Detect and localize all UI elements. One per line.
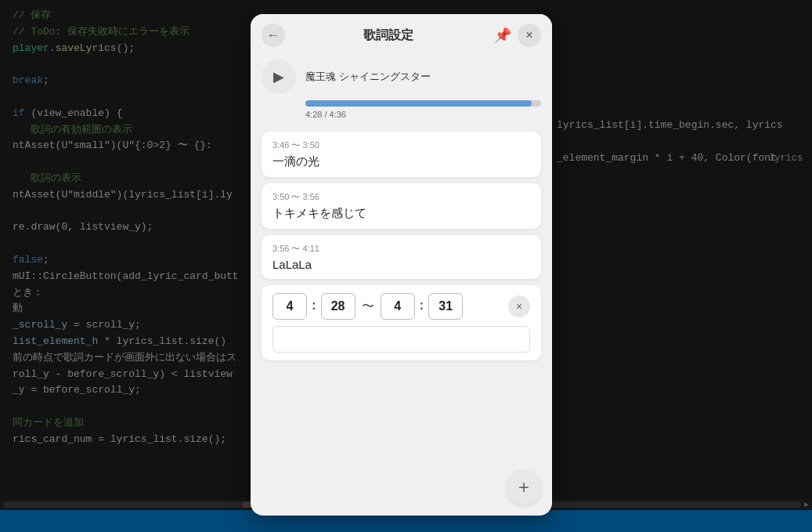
modal-header: ← 歌詞設定 📌 × [251,14,552,53]
start-second-input[interactable] [321,293,355,320]
start-colon: : [310,299,318,313]
modal-title: 歌詞設定 [285,27,491,44]
lyrics-time-1: 3:50 〜 3:56 [272,191,530,203]
lyrics-settings-modal: ← 歌詞設定 📌 × ▶ 魔王魂 シャイニングスター 4:28 / 4:36 3… [251,14,552,516]
end-colon: : [418,299,426,313]
edit-time-row: : 〜 : × [272,293,530,320]
delete-card-button[interactable]: × [508,295,530,317]
lyrics-text-2: LaLaLa [272,258,530,271]
player-section: ▶ 魔王魂 シャイニングスター 4:28 / 4:36 [251,53,552,128]
lyrics-text-0: 一滴の光 [272,154,530,169]
tilde-separator: 〜 [362,299,374,315]
close-button[interactable]: × [518,24,541,47]
lyrics-time-0: 3:46 〜 3:50 [272,139,530,151]
add-lyric-card-button[interactable]: + [507,470,541,505]
end-second-input[interactable] [428,293,463,320]
song-title: 魔王魂 シャイニングスター [305,70,431,84]
player-row: ▶ 魔王魂 シャイニングスター [262,60,541,94]
start-minute-input[interactable] [272,293,307,320]
lyrics-list[interactable]: 3:46 〜 3:50 一滴の光 3:50 〜 3:56 トキメキを感じて 3:… [251,128,552,462]
end-minute-input[interactable] [381,293,415,320]
progress-bar-fill [305,100,532,107]
pin-button[interactable]: 📌 [491,24,514,47]
edit-card: : 〜 : × [262,285,541,360]
play-icon: ▶ [273,68,284,85]
lyrics-text-1: トキメキを感じて [272,206,530,221]
lyrics-card-2[interactable]: 3:56 〜 4:11 LaLaLa [262,235,541,279]
time-display: 4:28 / 4:36 [305,110,541,119]
progress-bar-track[interactable] [305,100,541,107]
progress-container: 4:28 / 4:36 [262,100,541,119]
lyrics-card-1[interactable]: 3:50 〜 3:56 トキメキを感じて [262,183,541,229]
lyrics-time-2: 3:56 〜 4:11 [272,243,530,255]
play-button[interactable]: ▶ [262,60,296,94]
lyrics-card-0[interactable]: 3:46 〜 3:50 一滴の光 [262,132,541,177]
lyrics-text-input[interactable] [272,326,530,353]
back-button[interactable]: ← [262,24,285,47]
add-btn-container: + [251,462,552,516]
